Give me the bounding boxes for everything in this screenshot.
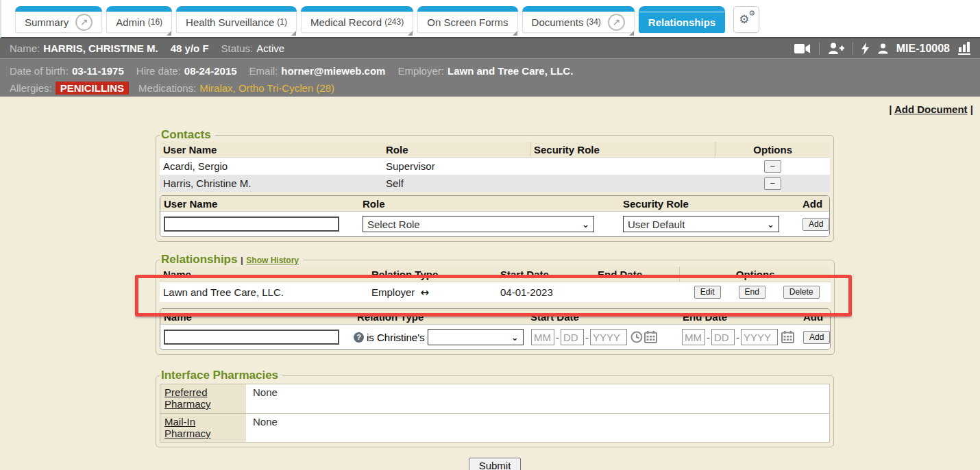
- pharmacies-table: Preferred Pharmacy None Mail-In Pharmacy…: [160, 384, 830, 443]
- open-in-new-icon[interactable]: ↗: [75, 14, 93, 31]
- col-options: Options: [715, 142, 830, 157]
- medication-link[interactable]: Miralax: [199, 82, 232, 94]
- relationships-table: Name Relation Type Start Date End Date O…: [160, 267, 831, 302]
- stats-chart-icon[interactable]: [958, 42, 970, 55]
- user-icon[interactable]: [878, 43, 888, 54]
- add-document-link[interactable]: Add Document: [894, 103, 968, 115]
- name-label: Name:: [10, 42, 40, 54]
- end-month-input[interactable]: [682, 329, 705, 345]
- col-user-name: User Name: [160, 142, 382, 157]
- clock-icon[interactable]: [630, 331, 643, 343]
- contact-user: Acardi, Sergio: [160, 160, 382, 172]
- add-contact-header-row: User Name Role Security Role Add: [160, 196, 829, 212]
- relationship-name: Lawn and Tree Care, LLC.: [160, 286, 368, 298]
- tab-settings-button[interactable]: ⚙ ⚙: [733, 6, 759, 33]
- relationship-start-date: 04-01-2023: [497, 286, 594, 298]
- col-name: Name: [160, 267, 368, 282]
- mail-in-pharmacy-value: None: [246, 414, 829, 442]
- divider: [819, 42, 820, 55]
- tab-admin[interactable]: Admin(16): [106, 6, 172, 33]
- chevron-down-icon: ⌄: [582, 219, 589, 230]
- relationships-header-row: Name Relation Type Start Date End Date O…: [160, 267, 831, 282]
- quick-action-bolt-icon[interactable]: [861, 42, 870, 55]
- add-contact-box: User Name Role Security Role Add Select …: [160, 195, 830, 237]
- preferred-pharmacy-value: None: [246, 384, 829, 413]
- patient-id: MIE-10008: [896, 42, 950, 55]
- add-contact-icon[interactable]: [828, 42, 844, 55]
- interface-pharmacies-title: Interface Pharmacies: [160, 369, 282, 382]
- contact-user-name-input[interactable]: [164, 217, 339, 232]
- tab-label: Summary: [25, 16, 69, 28]
- contacts-section: Contacts User Name Role Security Role Op…: [156, 128, 834, 242]
- tab-label: Medical Record: [310, 16, 382, 28]
- hire-date-label: Hire date:: [136, 65, 181, 77]
- add-relationship-box: Name Relation Type Start Date End Date A…: [160, 308, 831, 350]
- employer-value: Lawn and Tree Care, LLC.: [448, 65, 573, 77]
- tab-relationships[interactable]: Relationships: [639, 6, 725, 33]
- help-icon[interactable]: ?: [354, 332, 364, 343]
- preferred-pharmacy-link[interactable]: Preferred Pharmacy: [164, 386, 211, 410]
- start-month-input[interactable]: [531, 329, 554, 345]
- add-relationship-button[interactable]: Add: [803, 331, 830, 344]
- remove-contact-button[interactable]: −: [764, 177, 781, 190]
- employer-label: Employer:: [397, 65, 444, 77]
- gear-icon: ⚙: [739, 12, 749, 26]
- tab-summary[interactable]: Summary ↗: [15, 6, 102, 33]
- col-user-name: User Name: [160, 196, 359, 211]
- date-separator: -: [585, 332, 589, 343]
- pipe: |: [970, 103, 973, 115]
- allergy-badge[interactable]: PENICILLINS: [56, 82, 129, 95]
- add-relationship-form-row: ? is Christine's ⌄ - -: [160, 325, 830, 349]
- tab-cap: [522, 6, 635, 12]
- patient-chart-tabbar: Summary ↗ Admin(16) Health Surveillance(…: [0, 0, 980, 38]
- tab-label: Relationships: [648, 16, 715, 28]
- bidirectional-arrow-icon: ↔: [421, 286, 430, 299]
- start-year-input[interactable]: [590, 329, 627, 345]
- end-relationship-button[interactable]: End: [739, 286, 765, 299]
- patient-banner-primary: Name: HARRIS, CHRISTINE M. 48 y/o F Stat…: [0, 38, 980, 59]
- delete-relationship-button[interactable]: Delete: [783, 286, 820, 299]
- col-role: Role: [359, 196, 620, 211]
- start-day-input[interactable]: [561, 329, 584, 345]
- contact-role-select[interactable]: Select Role ⌄: [363, 216, 594, 232]
- col-options: Options: [679, 267, 831, 282]
- end-day-input[interactable]: [711, 329, 735, 345]
- add-contact-button[interactable]: Add: [803, 218, 829, 231]
- edit-relationship-button[interactable]: Edit: [694, 286, 721, 299]
- tab-count: (34): [586, 17, 600, 27]
- email-value: horner@mieweb.com: [281, 65, 385, 77]
- medications-label: Medications:: [138, 82, 196, 94]
- contact-row: Harris, Christine M. Self −: [160, 175, 830, 192]
- calendar-icon[interactable]: [781, 331, 794, 343]
- tab-label: Documents: [532, 16, 584, 28]
- gear-icon: ⚙: [748, 9, 755, 18]
- tab-health-surveillance[interactable]: Health Surveillance(1): [176, 6, 297, 33]
- date-separator: -: [556, 332, 559, 343]
- hire-date-value: 08-24-2015: [184, 65, 237, 77]
- tab-medical-record[interactable]: Medical Record(243): [301, 6, 413, 33]
- tab-documents[interactable]: Documents(34) ↗: [522, 6, 635, 33]
- relationships-page: | Add Document | Contacts User Name Role…: [0, 97, 980, 470]
- show-history-link[interactable]: Show History: [246, 256, 299, 265]
- contacts-table: User Name Role Security Role Options Aca…: [160, 142, 830, 192]
- video-visit-icon[interactable]: [794, 43, 811, 54]
- interface-pharmacies-section: Interface Pharmacies Preferred Pharmacy …: [156, 369, 834, 447]
- submit-button[interactable]: Submit: [469, 458, 522, 470]
- calendar-icon[interactable]: [644, 331, 657, 343]
- tab-on-screen-forms[interactable]: On Screen Forms: [417, 6, 517, 33]
- add-contact-form-row: Select Role ⌄ User Default ⌄ Add: [160, 212, 829, 236]
- relation-type-select[interactable]: ⌄: [428, 329, 524, 345]
- contact-security-role-select[interactable]: User Default ⌄: [623, 216, 779, 232]
- mail-in-pharmacy-link[interactable]: Mail-In Pharmacy: [164, 416, 211, 439]
- dob-label: Date of birth:: [10, 65, 69, 77]
- contacts-title: Contacts: [160, 128, 215, 142]
- contacts-header-row: User Name Role Security Role Options: [160, 142, 830, 158]
- relationship-name-input[interactable]: [164, 330, 339, 345]
- tab-cap: [176, 6, 297, 12]
- medication-link[interactable]: Ortho Tri-Cyclen (28): [238, 82, 334, 94]
- end-year-input[interactable]: [741, 329, 778, 345]
- pipe: |: [889, 103, 892, 115]
- open-in-new-icon[interactable]: ↗: [608, 14, 625, 31]
- email-label: Email:: [249, 65, 278, 77]
- remove-contact-button[interactable]: −: [764, 160, 781, 173]
